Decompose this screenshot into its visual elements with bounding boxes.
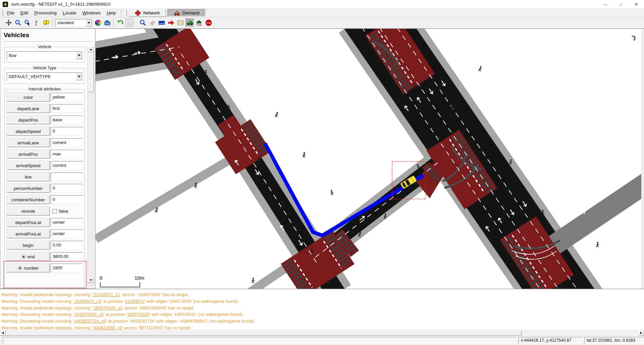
- demand-supermode-button[interactable]: Demand: [167, 9, 206, 17]
- object-link[interactable]: 21293572: [125, 299, 145, 304]
- menu-edit[interactable]: Edit: [17, 9, 31, 17]
- snapshot-button[interactable]: [103, 18, 112, 27]
- attribute-rows: coloryellowdepartLanefirstdepartPosbased…: [6, 93, 83, 272]
- attribute-button-reroute[interactable]: reroute: [7, 207, 50, 215]
- warning-line: Warning: Discarding invalid crossing ':2…: [1, 311, 644, 318]
- zoom-button[interactable]: [14, 18, 22, 27]
- delete-mode-button[interactable]: [148, 18, 157, 27]
- input-end[interactable]: 3600.00: [51, 252, 83, 261]
- message-horizontal-scrollbar[interactable]: [0, 330, 644, 336]
- inspect-mode-button[interactable]: [139, 18, 147, 27]
- attribute-button-containerNumber[interactable]: containerNumber: [7, 195, 50, 204]
- undo-button[interactable]: [116, 18, 124, 27]
- chevron-down-icon: [78, 55, 80, 56]
- object-link[interactable]: :283579330_c2: [73, 312, 104, 317]
- app-icon: [2, 1, 8, 7]
- object-link[interactable]: :21293572_c3: [73, 299, 101, 304]
- chevron-up-icon: [90, 49, 92, 50]
- checkbox-reroute[interactable]: [53, 209, 57, 213]
- input-arrivalSpeed[interactable]: current: [51, 161, 83, 170]
- menu-locate[interactable]: Locate: [60, 9, 79, 17]
- vehicle-type-mode-icon: TYPE: [196, 19, 203, 26]
- vehicle-mode-button[interactable]: [185, 18, 194, 27]
- input-color[interactable]: yellow: [51, 93, 83, 101]
- input-arrivalLane[interactable]: current: [51, 138, 83, 147]
- input-personNumber[interactable]: 0: [51, 184, 83, 193]
- minimize-button[interactable]: —: [598, 0, 613, 9]
- network-canvas[interactable]: 0 10m: [95, 28, 644, 289]
- attribute-button-arrivalPosLat[interactable]: arrivalPosLat: [7, 229, 50, 238]
- attribute-button-departSpeed[interactable]: departSpeed: [7, 127, 50, 136]
- close-button[interactable]: ✕: [629, 0, 644, 9]
- menu-help[interactable]: Help: [104, 9, 119, 17]
- select-mode-button[interactable]: [157, 18, 166, 27]
- scroll-up-button[interactable]: [88, 46, 94, 52]
- object-link[interactable]: :283579330_c1: [93, 305, 123, 310]
- attribute-button-departLane[interactable]: departLane: [7, 104, 50, 113]
- input-departPos[interactable]: base: [51, 116, 83, 124]
- move-view-button[interactable]: [4, 18, 13, 27]
- object-link[interactable]: :544811058_c0: [93, 325, 122, 330]
- color-scheme-button[interactable]: [94, 18, 102, 27]
- attribute-row-arrivalPosLat: arrivalPosLatcenter: [7, 229, 83, 238]
- canvas-vertical-scrollbar[interactable]: [641, 29, 644, 289]
- attribute-button-arrivalPos[interactable]: arrivalPos: [7, 150, 50, 158]
- input-arrivalPosLat[interactable]: center: [51, 229, 83, 238]
- route-mode-button[interactable]: [176, 18, 185, 27]
- input-begin[interactable]: 0.00: [51, 241, 83, 250]
- scrollbar-thumb[interactable]: [6, 330, 522, 336]
- toolbar-grip[interactable]: [125, 10, 127, 16]
- panel-scrollbar[interactable]: [87, 46, 94, 288]
- vehicle-type-combobox[interactable]: DEFAULT_VEHTYPE: [7, 72, 83, 81]
- message-window-button[interactable]: !: [42, 18, 51, 27]
- input-number[interactable]: 1800: [51, 264, 83, 272]
- input-departLane[interactable]: first: [51, 104, 83, 113]
- radio-end[interactable]: [21, 255, 26, 259]
- maximize-button[interactable]: □: [613, 0, 629, 9]
- menu-file[interactable]: File: [4, 9, 17, 17]
- input-containerNumber[interactable]: 0: [51, 195, 83, 204]
- attribute-button-begin[interactable]: begin: [7, 241, 50, 250]
- attribute-button-end[interactable]: end: [7, 252, 50, 261]
- input-departSpeed[interactable]: 0: [51, 127, 83, 136]
- help-button[interactable]: ?: [33, 18, 41, 27]
- vehicle-combobox[interactable]: flow: [7, 51, 83, 60]
- scrollbar-thumb[interactable]: [88, 53, 94, 92]
- attribute-button-departPosLat[interactable]: departPosLat: [7, 218, 50, 227]
- input-line[interactable]: [51, 172, 83, 181]
- toolbar-grip[interactable]: [1, 10, 3, 16]
- attribute-row-line: line: [7, 172, 83, 181]
- combobox-dropdown-button[interactable]: [86, 19, 92, 26]
- radio-number[interactable]: [18, 266, 22, 270]
- object-link[interactable]: 283579330: [127, 312, 149, 317]
- stop-mode-button[interactable]: STOP: [204, 18, 213, 27]
- scale-bar: 0 10m: [100, 275, 144, 287]
- attribute-button-personNumber[interactable]: personNumber: [7, 184, 50, 193]
- combobox-dropdown-button[interactable]: [76, 73, 82, 80]
- attribute-button-arrivalLane[interactable]: arrivalLane: [7, 138, 50, 147]
- redo-button[interactable]: [125, 18, 134, 27]
- move-mode-button[interactable]: [167, 18, 175, 27]
- object-link[interactable]: :4403532724_c0: [73, 319, 106, 324]
- attribute-button-departPos[interactable]: departPos: [7, 116, 50, 124]
- vehicle-combobox-value: flow: [7, 52, 76, 59]
- zoom-cursor-button[interactable]: [23, 18, 32, 27]
- input-departPosLat[interactable]: center: [51, 218, 83, 227]
- attribute-button-arrivalSpeed[interactable]: arrivalSpeed: [7, 161, 50, 170]
- scroll-right-button[interactable]: [638, 330, 644, 336]
- message-area[interactable]: Warning: Invalid pedestrian topology: cr…: [0, 289, 644, 330]
- object-link[interactable]: :21293572_c1: [93, 292, 120, 297]
- network-supermode-button[interactable]: Network: [128, 9, 166, 17]
- view-preset-combobox[interactable]: standard: [55, 19, 92, 27]
- menu-windows[interactable]: Windows: [79, 9, 104, 17]
- scroll-left-button[interactable]: [0, 330, 6, 336]
- combobox-dropdown-button[interactable]: [76, 52, 82, 59]
- input-arrivalPos[interactable]: max: [51, 150, 83, 158]
- attribute-button-color[interactable]: color: [7, 93, 50, 101]
- scroll-down-button[interactable]: [88, 277, 94, 283]
- menu-processing[interactable]: Processing: [31, 9, 60, 17]
- vehicle-type-mode-button[interactable]: TYPE: [195, 18, 204, 27]
- attribute-button-line[interactable]: line: [7, 172, 50, 181]
- attribute-button-number[interactable]: number: [7, 264, 50, 272]
- network-map[interactable]: 0 10m: [96, 29, 642, 289]
